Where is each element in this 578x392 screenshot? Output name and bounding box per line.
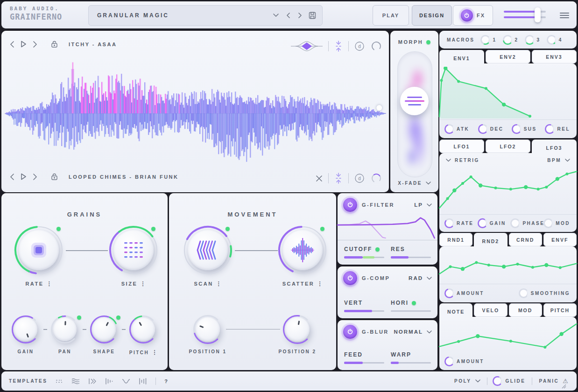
duration-icon[interactable]: d <box>354 173 365 183</box>
sample-a-title[interactable]: ITCHY - ASAA <box>69 42 117 47</box>
lfo-phase[interactable]: PHASE <box>512 220 545 227</box>
duration-icon[interactable]: d <box>354 41 365 51</box>
gcomp-power-icon[interactable] <box>343 271 357 285</box>
xfade-control[interactable]: X-FADE <box>390 181 438 186</box>
macro-3-knob[interactable] <box>526 36 533 43</box>
grain-shape-icon[interactable] <box>291 40 323 52</box>
sample-a-prev-icon[interactable] <box>10 41 14 48</box>
shape-knob[interactable] <box>92 318 116 341</box>
cutoff-control[interactable]: CUTOFF <box>344 246 384 258</box>
glide-knob[interactable] <box>494 378 501 385</box>
scan-label-row[interactable]: SCAN ⋮ <box>184 280 231 287</box>
preset-prev-icon[interactable] <box>282 9 294 21</box>
sample-b-title[interactable]: LOOPED CHIMES - BRIAN FUNK <box>69 174 179 180</box>
lfo-gain-knob[interactable] <box>479 220 486 227</box>
play-mode-button[interactable]: PLAY <box>373 5 409 26</box>
cutoff-slider[interactable] <box>344 257 384 258</box>
macro-4-knob[interactable] <box>548 36 555 43</box>
tab-envf[interactable]: ENVF <box>543 233 577 246</box>
env-atk[interactable]: ATK <box>446 126 479 133</box>
volume-slider-handle[interactable] <box>535 7 541 22</box>
size-label-row[interactable]: SIZE ⋮ <box>110 280 157 287</box>
size-knob[interactable] <box>113 230 154 270</box>
warp-control[interactable]: WARP <box>391 351 431 364</box>
rate-knob[interactable] <box>19 230 59 270</box>
poly-dropdown[interactable]: POLY <box>454 378 480 384</box>
templates-label[interactable]: TEMPLATES <box>9 378 47 384</box>
vert-control[interactable]: VERT <box>344 300 384 312</box>
menu-icon[interactable] <box>560 11 569 20</box>
tab-env1[interactable]: ENV1 <box>439 50 484 67</box>
warp-slider[interactable] <box>391 362 431 364</box>
tab-mod[interactable]: MOD <box>509 303 542 317</box>
lfo-curve-editor[interactable] <box>439 168 577 213</box>
hori-slider[interactable] <box>391 310 431 312</box>
pan-knob[interactable] <box>53 318 77 341</box>
sample-b-play-icon[interactable] <box>21 173 27 180</box>
template-ramp-icon[interactable] <box>88 378 97 385</box>
gain-arc-icon[interactable] <box>370 41 382 52</box>
morph-slider-handle[interactable] <box>400 87 429 115</box>
output-volume-slider[interactable] <box>504 8 546 22</box>
macro-4[interactable]: 4 <box>548 36 563 43</box>
position2-knob[interactable] <box>285 317 310 342</box>
vert-slider[interactable] <box>344 310 384 312</box>
mtx-amount[interactable]: AMOUNT <box>446 358 570 365</box>
template-bars-desc-icon[interactable] <box>105 378 113 385</box>
scatter-knob[interactable] <box>282 230 323 270</box>
dec-knob[interactable] <box>479 126 486 133</box>
rnd-amount[interactable]: AMOUNT <box>446 290 508 297</box>
res-slider[interactable] <box>391 257 431 258</box>
position1-knob[interactable] <box>196 317 220 342</box>
resize-handle-icon[interactable] <box>561 383 566 389</box>
rate-mod-menu-dots[interactable]: ⋮ <box>47 280 52 287</box>
env-rel[interactable]: REL <box>546 126 570 133</box>
sample-b-lock-icon[interactable] <box>50 173 58 181</box>
tab-lfo2[interactable]: LFO2 <box>486 140 530 153</box>
rnd-amount-knob[interactable] <box>446 290 453 297</box>
waveform-display[interactable] <box>4 58 386 169</box>
gblur-power-icon[interactable] <box>343 325 357 339</box>
template-bars-sym-icon[interactable] <box>139 378 147 385</box>
tab-lfo3[interactable]: LFO3 <box>532 140 577 156</box>
tab-lfo1[interactable]: LFO1 <box>439 140 484 153</box>
scan-mod-menu-dots[interactable]: ⋮ <box>216 280 222 287</box>
lfo-bpm-dropdown[interactable]: BPM <box>547 158 570 163</box>
gfilter-power-icon[interactable] <box>343 198 357 212</box>
tab-note[interactable]: NOTE <box>439 303 472 320</box>
note-curve-editor[interactable] <box>439 318 577 351</box>
lfo-mod-knob[interactable] <box>545 220 552 227</box>
macro-3[interactable]: 3 <box>526 36 541 43</box>
env-sus[interactable]: SUS <box>513 126 547 133</box>
pitch-label-row[interactable]: PITCH ⋮ <box>125 349 162 356</box>
hori-control[interactable]: HORI <box>391 300 431 312</box>
macro-1-knob[interactable] <box>482 36 489 43</box>
freeze-icon[interactable] <box>334 41 343 52</box>
rnd-curve-editor[interactable] <box>439 247 577 283</box>
sus-knob[interactable] <box>513 126 520 133</box>
lfo-rate[interactable]: RATE <box>446 220 479 227</box>
preset-dropdown-icon[interactable] <box>270 9 282 21</box>
rnd-smoothing-knob[interactable] <box>520 290 527 297</box>
lfo-gain[interactable]: GAIN <box>479 220 512 227</box>
preset-next-icon[interactable] <box>294 9 306 21</box>
filter-curve[interactable] <box>338 214 437 240</box>
sample-b-prev-icon[interactable] <box>10 174 14 180</box>
tab-pitch[interactable]: PITCH <box>543 303 577 317</box>
rnd-smoothing[interactable]: SMOOTHING <box>508 290 570 297</box>
res-control[interactable]: RES <box>391 246 431 258</box>
gfilter-mode-dropdown[interactable]: LP <box>414 202 432 208</box>
help-button[interactable]: ? <box>164 378 169 384</box>
sample-a-next-icon[interactable] <box>33 41 37 48</box>
scatter-label-row[interactable]: SCATTER ⋮ <box>275 280 331 287</box>
macro-2-knob[interactable] <box>504 36 511 43</box>
tab-env2[interactable]: ENV2 <box>486 50 530 63</box>
feed-control[interactable]: FEED <box>344 351 384 364</box>
env-dec[interactable]: DEC <box>479 126 513 133</box>
lfo-mod[interactable]: MOD <box>545 220 570 227</box>
template-waves-icon[interactable] <box>71 378 80 385</box>
gain-knob[interactable] <box>14 318 37 341</box>
sample-b-next-icon[interactable] <box>33 174 37 180</box>
glide-control[interactable]: GLIDE <box>494 378 525 385</box>
rel-knob[interactable] <box>546 126 553 133</box>
